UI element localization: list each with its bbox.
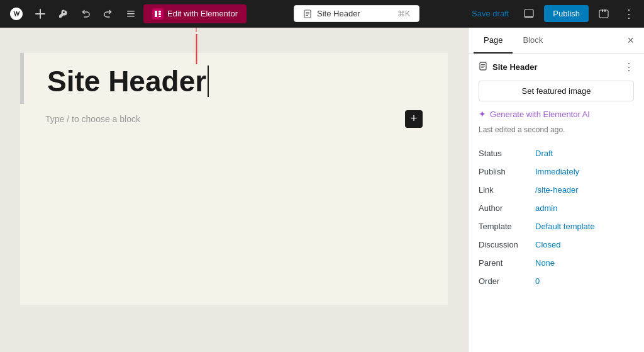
- panel-options-button[interactable]: ⋮: [624, 61, 634, 73]
- page-title-text: Site Header: [317, 9, 360, 18]
- tab-block[interactable]: Block: [513, 28, 553, 54]
- link-value[interactable]: /site-header: [535, 181, 634, 199]
- link-label: Link: [479, 181, 535, 199]
- svg-rect-8: [306, 12, 309, 13]
- view-button[interactable]: [519, 4, 539, 24]
- settings-button[interactable]: [594, 4, 614, 24]
- more-options-button[interactable]: ⋮: [619, 4, 639, 24]
- close-icon: ×: [627, 34, 634, 47]
- meta-row-publish: Publish Immediately: [479, 162, 634, 181]
- publish-button[interactable]: Publish: [544, 5, 589, 22]
- sparkle-icon: ✦: [479, 109, 486, 119]
- svg-rect-14: [602, 9, 603, 12]
- set-featured-image-button[interactable]: Set featured image: [479, 81, 634, 101]
- meta-row-discussion: Discussion Closed: [479, 236, 634, 254]
- template-value[interactable]: Default template: [535, 217, 634, 236]
- main-area: ↑ Site Header Type / to choose a block +: [0, 28, 644, 352]
- redo-button[interactable]: [98, 4, 118, 24]
- svg-rect-1: [127, 13, 135, 14]
- plus-icon: +: [411, 112, 418, 125]
- block-border: [22, 53, 24, 104]
- page-title-bar[interactable]: Site Header ⌘K: [294, 5, 419, 22]
- meta-row-template: Template Default template: [479, 217, 634, 236]
- discussion-value[interactable]: Closed: [535, 236, 634, 254]
- svg-rect-3: [155, 11, 157, 17]
- svg-rect-11: [525, 9, 533, 17]
- template-label: Template: [479, 217, 535, 236]
- discussion-label: Discussion: [479, 236, 535, 254]
- block-editor[interactable]: ↑ Site Header Type / to choose a block +: [20, 53, 448, 305]
- author-label: Author: [479, 199, 535, 217]
- panel-section-title-left: Site Header: [479, 62, 538, 72]
- right-panel: Page Block × Site Header ⋮ Set: [468, 28, 644, 352]
- svg-rect-5: [158, 13, 161, 15]
- meta-row-status: Status Draft: [479, 144, 634, 162]
- parent-value[interactable]: None: [535, 254, 634, 272]
- svg-rect-9: [306, 13, 309, 14]
- svg-rect-15: [604, 9, 606, 12]
- last-edited-text: Last edited a second ago.: [479, 125, 634, 134]
- svg-rect-10: [306, 15, 308, 16]
- meta-row-order: Order 0: [479, 272, 634, 290]
- meta-row-author: Author admin: [479, 199, 634, 217]
- canvas-area: ↑ Site Header Type / to choose a block +: [0, 28, 468, 352]
- parent-label: Parent: [479, 254, 535, 272]
- page-icon: [303, 9, 312, 18]
- svg-rect-4: [158, 11, 161, 13]
- tools-button[interactable]: [53, 4, 73, 24]
- publish-value[interactable]: Immediately: [535, 162, 634, 181]
- author-value[interactable]: admin: [535, 199, 634, 217]
- order-value[interactable]: 0: [535, 272, 634, 290]
- order-label: Order: [479, 272, 535, 290]
- wp-logo[interactable]: [5, 3, 28, 25]
- generate-ai-label: Generate with Elementor AI: [490, 110, 590, 119]
- panel-section-title: Site Header ⋮: [479, 61, 634, 73]
- meta-row-link: Link /site-header: [479, 181, 634, 199]
- keyboard-shortcut: ⌘K: [397, 9, 410, 18]
- publish-label: Publish: [479, 162, 535, 181]
- elementor-logo-icon: [152, 8, 164, 20]
- edit-with-elementor-button[interactable]: Edit with Elementor: [143, 4, 247, 23]
- panel-close-button[interactable]: ×: [622, 31, 639, 50]
- toolbar-center: Site Header ⌘K: [249, 5, 464, 22]
- meta-table: Status Draft Publish Immediately Link /s…: [479, 144, 634, 290]
- svg-rect-13: [599, 10, 608, 18]
- generate-ai-link[interactable]: ✦ Generate with Elementor AI: [479, 109, 634, 119]
- save-draft-button[interactable]: Save draft: [467, 6, 514, 21]
- add-block-toolbar-button[interactable]: [30, 4, 50, 24]
- toolbar: Edit with Elementor Site Header ⌘K Save …: [0, 0, 644, 28]
- svg-rect-12: [525, 16, 533, 18]
- svg-rect-17: [481, 64, 485, 65]
- toolbar-right: Save draft Publish ⋮: [467, 4, 639, 24]
- post-title[interactable]: Site Header: [47, 65, 206, 98]
- panel-section-title-text: Site Header: [492, 62, 538, 72]
- add-block-row: Type / to choose a block +: [20, 104, 448, 134]
- document-icon: [479, 62, 487, 72]
- text-cursor: [208, 65, 209, 97]
- more-icon: ⋮: [623, 7, 635, 21]
- status-value[interactable]: Draft: [535, 144, 634, 162]
- document-overview-button[interactable]: [121, 4, 141, 24]
- add-block-placeholder: Type / to choose a block: [45, 114, 140, 124]
- panel-tabs: Page Block ×: [469, 28, 644, 54]
- status-label: Status: [479, 144, 535, 162]
- post-title-container[interactable]: Site Header: [20, 53, 448, 104]
- options-icon: ⋮: [624, 62, 634, 72]
- svg-rect-18: [481, 66, 485, 67]
- panel-content: Site Header ⋮ Set featured image ✦ Gener…: [469, 54, 644, 352]
- svg-rect-2: [127, 16, 135, 17]
- svg-rect-19: [481, 67, 484, 68]
- svg-rect-6: [158, 16, 161, 17]
- undo-button[interactable]: [75, 4, 96, 24]
- toolbar-left: Edit with Elementor: [5, 3, 247, 25]
- cursor-arrow-icon: ↑: [193, 28, 200, 34]
- svg-rect-0: [127, 11, 135, 12]
- meta-row-parent: Parent None: [479, 254, 634, 272]
- elementor-btn-label: Edit with Elementor: [167, 9, 238, 18]
- add-block-button[interactable]: +: [405, 110, 423, 128]
- tab-page[interactable]: Page: [474, 28, 513, 54]
